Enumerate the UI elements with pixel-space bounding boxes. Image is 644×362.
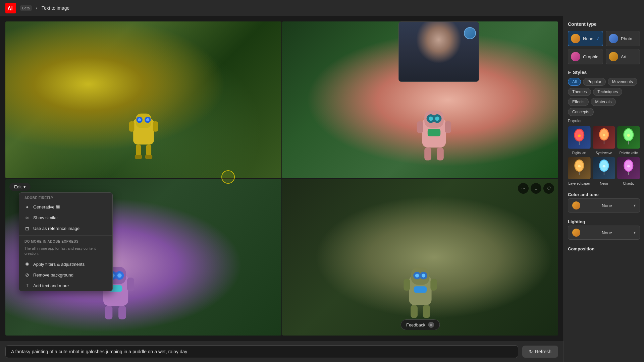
- svg-rect-21: [417, 121, 423, 133]
- svg-rect-24: [437, 147, 444, 160]
- favorite-button[interactable]: ♡: [543, 183, 554, 194]
- style-thumb-synthwave[interactable]: Synthwave: [593, 126, 615, 155]
- color-tone-section: Color and tone None ▾: [568, 191, 640, 213]
- color-tone-dropdown[interactable]: None ▾: [568, 198, 640, 213]
- nav-back[interactable]: ‹: [36, 5, 38, 11]
- svg-point-66: [578, 165, 581, 167]
- lighting-value: None: [602, 230, 612, 235]
- style-tag-all[interactable]: All: [568, 78, 581, 86]
- edit-button[interactable]: Edit ▾: [9, 183, 31, 191]
- robot-4-svg: [393, 253, 447, 323]
- style-tag-popular[interactable]: Popular: [583, 78, 605, 86]
- webcam-avatar-circle: [464, 27, 476, 39]
- svg-rect-33: [127, 278, 134, 291]
- style-thumb-chaotic[interactable]: Chaotic: [617, 157, 640, 186]
- topbar: Ai Beta ‹ Text to image: [0, 0, 644, 16]
- more-options-button[interactable]: ···: [518, 183, 529, 194]
- svg-rect-10: [136, 144, 141, 156]
- style-thumb-digital-art[interactable]: Digital art: [568, 126, 591, 155]
- context-menu-remove-background[interactable]: ⊘ Remove background: [19, 269, 112, 280]
- image-cell-4[interactable]: ··· ↓ ♡: [282, 179, 558, 336]
- svg-point-18: [429, 117, 433, 121]
- feedback-close-button[interactable]: ×: [428, 322, 434, 328]
- content-icon-photo: [609, 34, 618, 43]
- download-button[interactable]: ↓: [531, 183, 541, 194]
- style-grid: Digital art Synthwave: [568, 126, 640, 185]
- svg-point-19: [435, 117, 439, 121]
- main-layout: Edit ▾ ADOBE: [0, 16, 644, 362]
- content-type-photo[interactable]: Photo: [606, 31, 640, 46]
- lighting-icon: [572, 229, 580, 237]
- svg-rect-23: [424, 147, 431, 160]
- content-icon-graphic: [571, 52, 580, 61]
- image-cell-3[interactable]: Edit ▾ ADOBE: [5, 179, 281, 336]
- prompt-bar: ↻ Refresh: [0, 341, 564, 362]
- svg-rect-46: [423, 305, 430, 318]
- check-mark-none: ✓: [596, 36, 600, 41]
- context-menu-use-as-reference[interactable]: ⊡ Use as reference image: [19, 223, 112, 234]
- style-label-palette-knife: Palette knife: [617, 151, 640, 155]
- feedback-label[interactable]: Feedback: [406, 322, 425, 327]
- style-label-synthwave: Synthwave: [593, 151, 615, 155]
- content-type-none[interactable]: None ✓: [568, 31, 603, 46]
- svg-rect-43: [404, 279, 410, 290]
- adobe-logo: Ai: [5, 3, 16, 13]
- context-menu-show-similar[interactable]: ≋ Show similar: [19, 213, 112, 223]
- context-menu-add-text[interactable]: T Add text and more: [19, 280, 112, 291]
- image-cell-1[interactable]: [5, 21, 281, 178]
- beta-badge: Beta: [20, 5, 32, 11]
- context-menu-apply-filters[interactable]: ✺ Apply filters & adjustments: [19, 259, 112, 269]
- right-panel: Content type None ✓ Photo Graphic: [564, 16, 644, 362]
- svg-point-61: [627, 134, 630, 137]
- content-type-graphic[interactable]: Graphic: [568, 49, 603, 64]
- feedback-bar: Feedback ×: [400, 319, 440, 330]
- composition-section: Composition: [568, 245, 640, 253]
- styles-arrow-icon: ▶: [568, 70, 571, 75]
- context-menu-desc: The all-in-one app for fast and easy con…: [19, 245, 112, 259]
- lighting-dropdown[interactable]: None ▾: [568, 226, 640, 240]
- svg-rect-11: [146, 144, 151, 156]
- styles-header: ▶ Styles: [568, 70, 640, 75]
- refresh-button[interactable]: ↻ Refresh: [522, 346, 558, 358]
- color-tone-icon: [572, 201, 580, 209]
- svg-point-76: [627, 165, 630, 167]
- style-thumb-layered-paper[interactable]: Layered paper: [568, 157, 591, 186]
- style-thumb-palette-knife[interactable]: Palette knife: [617, 126, 640, 155]
- content-icon-art: [609, 52, 618, 61]
- style-label-chaotic: Chaotic: [617, 182, 640, 185]
- svg-rect-9: [153, 121, 158, 132]
- content-type-title: Content type: [568, 21, 640, 27]
- svg-rect-42: [414, 286, 426, 293]
- style-tag-themes[interactable]: Themes: [568, 88, 591, 96]
- style-tag-effects[interactable]: Effects: [568, 98, 589, 106]
- lighting-chevron: ▾: [634, 230, 636, 235]
- svg-point-6: [138, 118, 141, 121]
- context-menu-generative-fill[interactable]: ✦ Generative fill: [19, 202, 112, 213]
- content-type-grid: None ✓ Photo Graphic Art: [568, 31, 640, 64]
- svg-rect-44: [430, 279, 437, 290]
- content-type-art[interactable]: Art: [606, 49, 640, 64]
- color-tone-title: Color and tone: [568, 192, 640, 197]
- svg-rect-12: [135, 155, 142, 159]
- generative-fill-icon: ✦: [24, 204, 30, 210]
- reference-icon: ⊡: [24, 226, 30, 231]
- prompt-input[interactable]: [5, 345, 518, 358]
- style-label-digital-art: Digital art: [568, 151, 591, 155]
- svg-point-7: [146, 118, 149, 121]
- svg-point-56: [603, 134, 605, 136]
- svg-point-41: [422, 274, 425, 277]
- style-tag-concepts[interactable]: Concepts: [568, 108, 594, 116]
- svg-rect-22: [445, 121, 451, 133]
- style-tag-techniques[interactable]: Techniques: [593, 88, 622, 96]
- svg-rect-13: [145, 155, 152, 159]
- style-tag-materials[interactable]: Materials: [591, 98, 616, 106]
- remove-bg-icon: ⊘: [24, 272, 30, 278]
- style-thumb-neon[interactable]: Neon: [593, 157, 615, 186]
- composition-title: Composition: [568, 246, 640, 251]
- show-similar-icon: ≋: [24, 215, 30, 221]
- color-tone-value: None: [602, 203, 612, 208]
- styles-section: ▶ Styles All Popular Movements Themes Te…: [568, 70, 640, 185]
- style-tag-movements[interactable]: Movements: [608, 78, 637, 86]
- context-menu-divider: [19, 235, 112, 236]
- lighting-section: Lighting None ▾: [568, 218, 640, 240]
